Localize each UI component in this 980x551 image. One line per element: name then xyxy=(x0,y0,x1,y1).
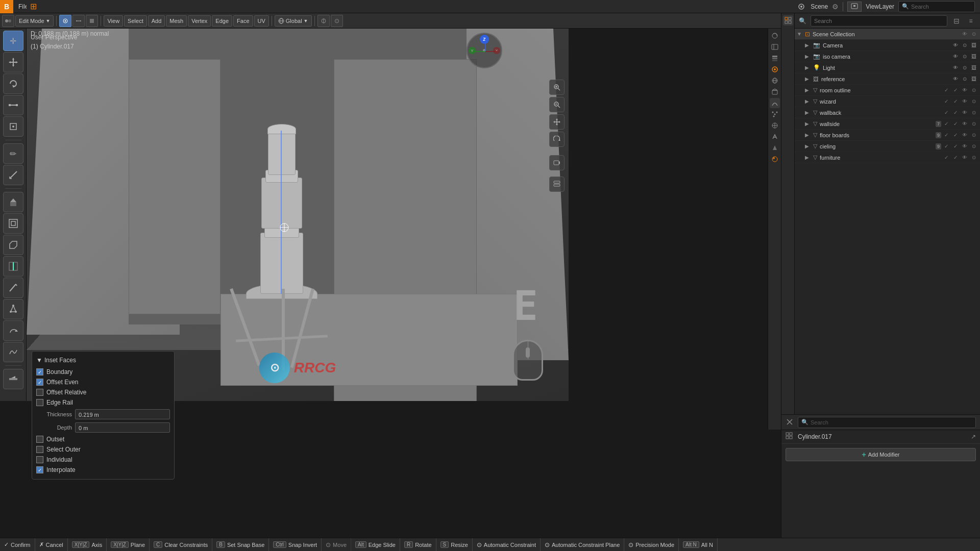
fur-extra-icon[interactable]: ⊙ xyxy=(970,154,978,162)
set-snap-base-item[interactable]: B Set Snap Base xyxy=(212,538,269,552)
fb-vis-icon[interactable]: ✓ xyxy=(942,131,950,139)
ws-vis-icon[interactable]: ✓ xyxy=(942,120,950,128)
tool-move[interactable] xyxy=(3,52,23,72)
vp-pan[interactable] xyxy=(549,114,565,130)
prop-icon-data[interactable] xyxy=(770,143,780,153)
offset-relative-checkbox[interactable] xyxy=(36,389,43,396)
outset-checkbox[interactable] xyxy=(36,436,43,443)
ws-sel-icon[interactable]: ✓ xyxy=(951,120,960,128)
prop-icon-scene[interactable] xyxy=(770,64,780,74)
view-mode-icon[interactable] xyxy=(2,15,14,27)
select-outer-checkbox[interactable] xyxy=(36,446,43,453)
individual-checkbox[interactable] xyxy=(36,456,43,463)
fb-sel-icon[interactable]: ✓ xyxy=(951,131,960,139)
prop-icon-physics[interactable] xyxy=(770,120,780,131)
outliner-item-wallback[interactable]: ▶ ▽ wallback ✓ ✓ 👁 ⊙ xyxy=(795,107,980,118)
wb-extra-icon[interactable]: ⊙ xyxy=(970,109,978,117)
ref-vis-icon[interactable]: 👁 xyxy=(951,75,960,83)
viewport-3d[interactable]: Z X Y User xyxy=(27,29,569,401)
light-vis-icon[interactable]: 👁 xyxy=(951,64,960,72)
vp-orbit[interactable] xyxy=(549,132,565,147)
light-render-icon[interactable]: 🖼 xyxy=(970,64,978,72)
tool-rotate[interactable] xyxy=(3,73,23,94)
navigation-gizmo[interactable]: Z X Y xyxy=(467,33,507,73)
interpolate-checkbox[interactable] xyxy=(36,466,43,473)
prop-icon-object[interactable] xyxy=(770,87,780,97)
outliner-item-cieling[interactable]: ▶ ▽ cieling 9 ✓ ✓ 👁 ⊙ xyxy=(795,141,980,152)
iso-render-icon[interactable]: 🖼 xyxy=(970,53,978,61)
toolbar-uv[interactable]: UV xyxy=(254,15,269,27)
tool-inset[interactable] xyxy=(3,213,23,234)
vp-camera-view[interactable] xyxy=(549,155,565,170)
snap-invert-item[interactable]: Ctrl Snap Invert xyxy=(269,538,322,552)
prop-icon-constraints[interactable] xyxy=(770,132,780,142)
panel-header-inset[interactable]: ▼ Inset Faces xyxy=(32,356,174,367)
move-item[interactable]: ⊙ Move xyxy=(322,538,351,552)
fur-sel-icon[interactable]: ✓ xyxy=(951,154,960,162)
toolbar-select[interactable]: Select xyxy=(124,15,147,27)
prop-icon-render[interactable] xyxy=(770,31,780,41)
tool-smooth[interactable] xyxy=(3,342,23,362)
prop-icon-particles[interactable] xyxy=(770,109,780,119)
filter-icon[interactable]: ⊟ xyxy=(951,16,962,26)
all-n-item[interactable]: Alt N All N xyxy=(679,538,718,552)
iso-vis-icon[interactable]: 👁 xyxy=(951,53,960,61)
outliner-item-light[interactable]: ▶ 💡 Light 👁 ⊙ 🖼 xyxy=(795,62,980,73)
tool-spin[interactable] xyxy=(3,320,23,341)
tool-knife[interactable] xyxy=(3,278,23,298)
fur-eye-icon[interactable]: 👁 xyxy=(961,154,969,162)
prop-icon-view-layer[interactable] xyxy=(770,53,780,63)
edit-mode-dropdown[interactable]: Edit Mode ▼ xyxy=(15,15,54,27)
snap-icon[interactable] xyxy=(317,15,330,27)
thickness-field[interactable]: 0.219 m xyxy=(75,409,170,419)
ws-extra-icon[interactable]: ⊙ xyxy=(970,120,978,128)
edge-rail-checkbox[interactable] xyxy=(36,399,43,406)
cl-eye-icon[interactable]: 👁 xyxy=(961,142,969,151)
search-box-top[interactable]: 🔍 Search xyxy=(898,1,975,12)
depth-field[interactable]: 0 m xyxy=(75,422,170,433)
edge-slide-item[interactable]: Alt Edge Slide xyxy=(351,538,400,552)
selectability-icon[interactable]: ⊙ xyxy=(970,30,978,38)
wb-vis-icon[interactable]: ✓ xyxy=(942,109,950,117)
outliner-item-iso-camera[interactable]: ▶ 📷 iso camera 👁 ⊙ 🖼 xyxy=(795,51,980,62)
tool-shear[interactable] xyxy=(3,369,23,389)
tool-bevel[interactable] xyxy=(3,235,23,255)
outliner-item-wizard[interactable]: ▶ ▽ wizard ✓ ✓ 👁 ⊙ xyxy=(795,96,980,107)
proportional-icon[interactable]: ⊙ xyxy=(331,15,343,27)
prop-icon-world[interactable] xyxy=(770,76,780,86)
properties-search[interactable]: 🔍 Search xyxy=(798,417,976,428)
cl-sel-icon[interactable]: ✓ xyxy=(951,142,960,151)
ws-eye-icon[interactable]: 👁 xyxy=(961,120,969,128)
auto-constraint-item[interactable]: ⊙ Automatic Constraint xyxy=(473,538,541,552)
tool-loop-cut[interactable] xyxy=(3,256,23,277)
toolbar-mesh[interactable]: Mesh xyxy=(166,15,187,27)
tool-annotate[interactable]: ✏ xyxy=(3,143,23,164)
outliner-item-wallside[interactable]: ▶ ▽ wallside 7 ✓ ✓ 👁 ⊙ xyxy=(795,118,980,130)
wb-sel-icon[interactable]: ✓ xyxy=(951,109,960,117)
wiz-eye-icon[interactable]: 👁 xyxy=(961,97,969,106)
app-logo[interactable]: B xyxy=(0,0,13,13)
resize-item[interactable]: S Resize xyxy=(436,538,473,552)
camera-vis-icon[interactable]: 👁 xyxy=(951,41,960,49)
outliner-search-input[interactable] xyxy=(811,15,947,27)
outliner-item-floor-boards[interactable]: ▶ ▽ floor boards 9 ✓ ✓ 👁 ⊙ xyxy=(795,130,980,141)
prop-icon-material[interactable] xyxy=(770,154,780,164)
tool-cursor[interactable]: ✛ xyxy=(3,31,23,51)
plane-item[interactable]: X|Y|Z Plane xyxy=(107,538,150,552)
offset-even-checkbox[interactable] xyxy=(36,379,43,386)
add-modifier-button[interactable]: + Add Modifier xyxy=(786,448,976,461)
transform-orientation[interactable]: Global ▼ xyxy=(275,15,312,27)
prop-icon-output[interactable] xyxy=(770,42,780,52)
edge-select-icon[interactable] xyxy=(72,15,85,27)
toolbar-add[interactable]: Add xyxy=(148,15,165,27)
toolbar-face[interactable]: Face xyxy=(233,15,253,27)
tool-measure[interactable] xyxy=(3,165,23,185)
ref-sel-icon[interactable]: ⊙ xyxy=(961,75,969,83)
wiz-vis-icon[interactable]: ✓ xyxy=(942,97,950,106)
iso-sel-icon[interactable]: ⊙ xyxy=(961,53,969,61)
fb-eye-icon[interactable]: 👁 xyxy=(961,131,969,139)
confirm-item[interactable]: ✓ Confirm xyxy=(0,538,35,552)
face-select-icon[interactable] xyxy=(86,15,98,27)
tool-scale[interactable] xyxy=(3,95,23,115)
wiz-extra-icon[interactable]: ⊙ xyxy=(970,97,978,106)
